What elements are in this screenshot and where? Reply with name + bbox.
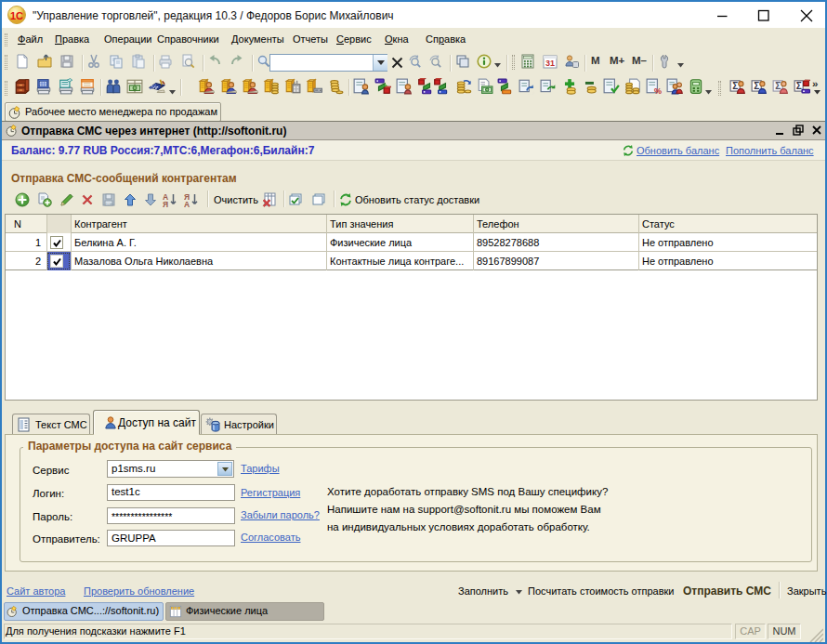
svg-text:1С: 1С <box>10 10 23 21</box>
